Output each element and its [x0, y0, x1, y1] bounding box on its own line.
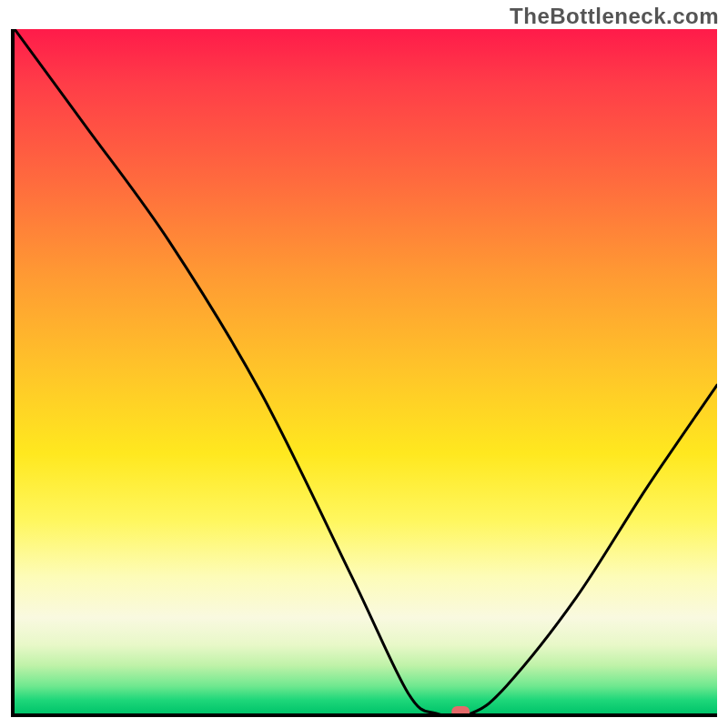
bottleneck-chart: TheBottleneck.com [0, 0, 728, 728]
curve-layer [15, 29, 717, 713]
bottleneck-curve-path [15, 29, 717, 713]
plot-area [11, 29, 717, 717]
attribution-text: TheBottleneck.com [510, 4, 719, 29]
optimal-marker [451, 706, 470, 713]
